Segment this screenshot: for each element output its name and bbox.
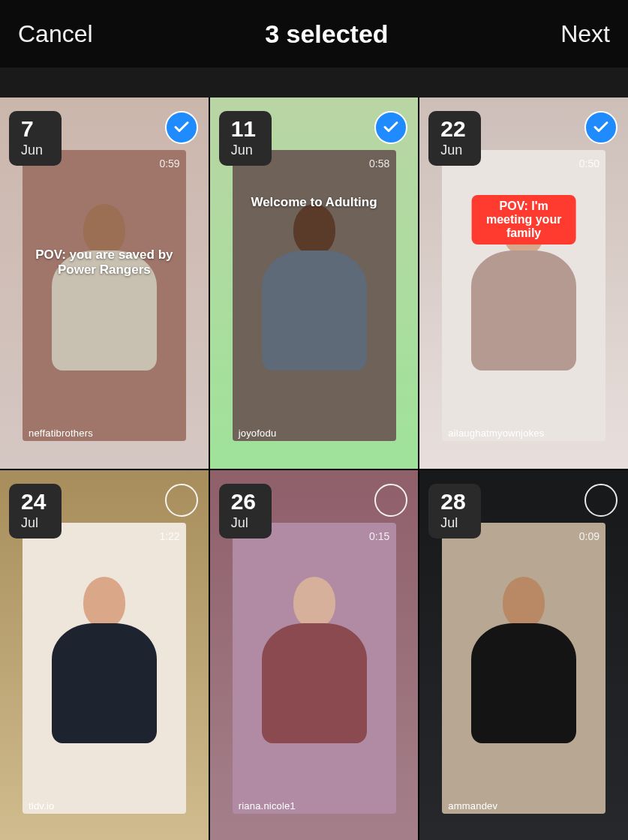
date-badge: 26Jul bbox=[219, 484, 272, 538]
video-thumbnail bbox=[442, 150, 605, 441]
video-thumbnail bbox=[442, 523, 605, 814]
date-month: Jun bbox=[231, 142, 260, 158]
date-month: Jul bbox=[21, 515, 50, 531]
select-circle[interactable] bbox=[165, 484, 198, 517]
video-username: joyofodu bbox=[239, 428, 277, 439]
media-cell[interactable]: 11Jun0:58joyofoduWelcome to Adulting bbox=[210, 98, 419, 469]
video-username: neffatibrothers bbox=[29, 428, 93, 439]
person-figure bbox=[52, 577, 157, 743]
header: Cancel 3 selected Next bbox=[0, 0, 628, 68]
cancel-button[interactable]: Cancel bbox=[18, 20, 93, 48]
next-button[interactable]: Next bbox=[560, 20, 610, 48]
date-day: 28 bbox=[440, 490, 469, 514]
video-thumbnail bbox=[233, 523, 396, 814]
selected-check-icon[interactable] bbox=[374, 111, 407, 144]
date-month: Jun bbox=[21, 142, 50, 158]
date-day: 7 bbox=[21, 117, 50, 141]
date-badge: 28Jul bbox=[428, 484, 481, 538]
video-username: ammandev bbox=[448, 800, 497, 812]
date-day: 26 bbox=[231, 490, 260, 514]
media-grid: 7Jun0:59neffatibrothersPOV: you are save… bbox=[0, 98, 628, 840]
selection-count-title: 3 selected bbox=[265, 20, 388, 49]
person-figure bbox=[262, 577, 367, 743]
video-caption: POV: you are saved by Power Rangers bbox=[33, 248, 176, 278]
person-figure bbox=[471, 577, 576, 743]
person-figure bbox=[262, 204, 367, 370]
video-thumbnail bbox=[23, 150, 186, 441]
date-day: 24 bbox=[21, 490, 50, 514]
video-duration: 0:59 bbox=[159, 158, 179, 170]
selected-check-icon[interactable] bbox=[165, 111, 198, 144]
video-duration: 1:22 bbox=[159, 530, 179, 542]
select-circle[interactable] bbox=[374, 484, 407, 517]
video-thumbnail bbox=[23, 523, 186, 814]
date-badge: 22Jun bbox=[428, 111, 481, 166]
date-day: 22 bbox=[440, 117, 469, 141]
media-cell[interactable]: 28Jul0:09ammandev bbox=[419, 470, 628, 840]
date-day: 11 bbox=[231, 117, 260, 141]
date-badge: 7Jun bbox=[9, 111, 62, 166]
selected-check-icon[interactable] bbox=[584, 111, 617, 144]
date-month: Jul bbox=[440, 515, 469, 531]
date-badge: 24Jul bbox=[9, 484, 62, 538]
date-badge: 11Jun bbox=[219, 111, 272, 166]
video-duration: 0:50 bbox=[579, 158, 599, 170]
video-caption: Welcome to Adulting bbox=[242, 195, 385, 210]
section-divider bbox=[0, 68, 628, 98]
video-duration: 0:58 bbox=[369, 158, 389, 170]
media-cell[interactable]: 26Jul0:15riana.nicole1 bbox=[210, 470, 419, 840]
video-username: ailaughatmyownjokes bbox=[448, 428, 544, 439]
person-figure bbox=[52, 204, 157, 370]
video-username: tldv.io bbox=[29, 800, 54, 812]
video-duration: 0:15 bbox=[369, 530, 389, 542]
date-month: Jun bbox=[440, 142, 469, 158]
video-caption: POV: I'm meeting your family bbox=[472, 195, 576, 244]
media-cell[interactable]: 24Jul1:22tldv.io bbox=[0, 470, 209, 840]
video-duration: 0:09 bbox=[579, 530, 599, 542]
date-month: Jul bbox=[231, 515, 260, 531]
video-username: riana.nicole1 bbox=[239, 800, 296, 812]
select-circle[interactable] bbox=[584, 484, 617, 517]
media-cell[interactable]: 22Jun0:50ailaughatmyownjokesPOV: I'm mee… bbox=[419, 98, 628, 469]
video-thumbnail bbox=[233, 150, 396, 441]
media-cell[interactable]: 7Jun0:59neffatibrothersPOV: you are save… bbox=[0, 98, 209, 469]
